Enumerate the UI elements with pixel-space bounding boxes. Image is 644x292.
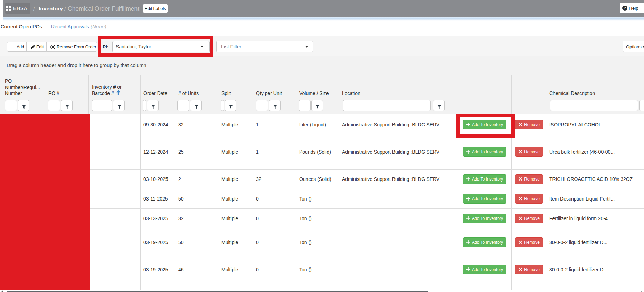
svg-text:?: ? xyxy=(624,6,626,10)
